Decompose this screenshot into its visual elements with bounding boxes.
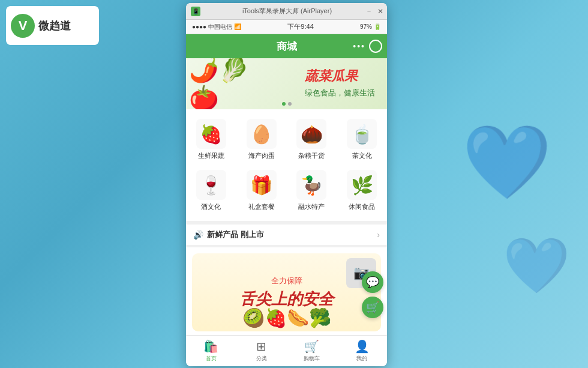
title-bar-icon: 📱 xyxy=(191,7,200,16)
category-item-wine[interactable]: 🍷 酒文化 xyxy=(186,165,236,216)
promo-inner: 全力保障 舌尖上的安全 🥝🍓🌭🥦 📷 xyxy=(192,253,381,331)
nav-category[interactable]: ⊞ 分类 xyxy=(236,336,287,366)
title-bar-title: iTools苹果录屏大师 (AirPlayer) xyxy=(204,7,370,16)
category-item-tea[interactable]: 🍵 茶文化 xyxy=(337,114,387,165)
category-item-local[interactable]: 🦆 融水特产 xyxy=(287,165,337,216)
close-button[interactable]: ✕ xyxy=(377,7,383,16)
signal-dots: ●●●● xyxy=(192,23,206,30)
category-label-seafood: 海产肉蛋 xyxy=(248,151,275,160)
category-label-local: 融水特产 xyxy=(298,202,325,211)
nav-profile[interactable]: 👤 我的 xyxy=(337,336,387,366)
logo-icon: V xyxy=(11,14,35,38)
battery-percent: 97% xyxy=(360,23,372,30)
nav-cart-label: 购物车 xyxy=(304,355,320,363)
app-header: 商城 ••• xyxy=(186,34,387,58)
new-products-title: 新鲜产品 刚上市 xyxy=(207,229,377,240)
logo: V 微趋道 xyxy=(6,6,99,45)
category-label-grain: 杂粮干货 xyxy=(298,151,325,160)
logo-text: 微趋道 xyxy=(38,19,71,33)
promo-guarantee-text: 全力保障 xyxy=(240,276,334,286)
category-item-giftbox[interactable]: 🎁 礼盒套餐 xyxy=(236,165,287,216)
home-nav-icon: 🛍️ xyxy=(203,339,218,354)
status-left: ●●●● 中国电信 📶 xyxy=(192,23,241,31)
category-icon-grain: 🌰 xyxy=(296,119,326,149)
category-icon-giftbox: 🎁 xyxy=(247,170,277,200)
category-icon-local: 🦆 xyxy=(296,170,326,200)
category-icon-snack: 🌿 xyxy=(347,170,377,200)
banner-vegetables: 🌶️🥬🍅 xyxy=(189,58,267,109)
window-controls: － ✕ xyxy=(365,3,383,19)
banner-text: 蔬菜瓜果 绿色食品，健康生活 xyxy=(305,67,375,98)
banner-dot-1[interactable] xyxy=(282,102,286,106)
phone-frame: 📱 iTools苹果录屏大师 (AirPlayer) － ✕ ●●●● 中国电信… xyxy=(186,3,387,366)
category-icon-wine: 🍷 xyxy=(196,170,226,200)
heart-decoration-1: 💙 xyxy=(462,120,552,205)
category-label-snack: 休闲食品 xyxy=(349,202,375,211)
title-bar: 📱 iTools苹果录屏大师 (AirPlayer) － ✕ xyxy=(186,3,387,20)
status-time: 下午9:44 xyxy=(241,22,360,31)
promo-slogan: 舌尖上的安全 xyxy=(240,289,334,310)
nav-cart[interactable]: 🛒 购物车 xyxy=(287,336,337,366)
category-grid: 🍓 生鲜果蔬 🥚 海产肉蛋 🌰 杂粮干货 🍵 茶文化 🍷 xyxy=(186,109,387,221)
new-products-header[interactable]: 🔊 新鲜产品 刚上市 › xyxy=(186,221,387,245)
record-dot xyxy=(373,43,379,49)
chat-float-button[interactable]: 💬 xyxy=(362,271,383,293)
section-arrow-icon: › xyxy=(377,230,380,240)
bottom-navigation: 🛍️ 首页 ⊞ 分类 🛒 购物车 👤 我的 xyxy=(186,335,387,366)
category-icon-seafood: 🥚 xyxy=(247,119,277,149)
profile-nav-icon: 👤 xyxy=(355,339,370,354)
carrier-name: 中国电信 xyxy=(208,23,232,31)
wifi-icon: 📶 xyxy=(234,23,241,30)
nav-category-label: 分类 xyxy=(256,355,267,363)
category-item-seafood[interactable]: 🥚 海产肉蛋 xyxy=(236,114,287,165)
category-label-wine: 酒文化 xyxy=(201,202,221,211)
promo-text: 全力保障 舌尖上的安全 xyxy=(240,276,334,310)
category-item-fresh[interactable]: 🍓 生鲜果蔬 xyxy=(186,114,236,165)
banner-pagination xyxy=(282,102,292,106)
hero-banner[interactable]: 🌶️🥬🍅 蔬菜瓜果 绿色食品，健康生活 xyxy=(186,58,387,109)
nav-home-label: 首页 xyxy=(206,355,217,363)
app-title: 商城 xyxy=(277,40,297,53)
floating-buttons: 💬 🛒 xyxy=(362,271,383,318)
status-bar: ●●●● 中国电信 📶 下午9:44 97% 🔋 xyxy=(186,20,387,34)
heart-decoration-2: 💙 xyxy=(503,234,570,297)
banner-main-text: 蔬菜瓜果 xyxy=(305,67,375,85)
speaker-icon: 🔊 xyxy=(193,230,203,240)
category-label-giftbox: 礼盒套餐 xyxy=(248,202,275,211)
content-inner: 🌶️🥬🍅 蔬菜瓜果 绿色食品，健康生活 🍓 生鲜果蔬 🥚 xyxy=(186,58,387,335)
promo-banner[interactable]: 全力保障 舌尖上的安全 🥝🍓🌭🥦 📷 xyxy=(186,245,387,335)
header-more-dots[interactable]: ••• xyxy=(353,41,365,51)
category-icon-fresh: 🍓 xyxy=(196,119,226,149)
category-label-fresh: 生鲜果蔬 xyxy=(198,151,224,160)
banner-sub-text: 绿色食品，健康生活 xyxy=(305,88,375,98)
battery-icon: 🔋 xyxy=(374,23,381,30)
header-actions: ••• xyxy=(353,40,382,53)
category-nav-icon: ⊞ xyxy=(256,339,266,354)
nav-profile-label: 我的 xyxy=(356,355,367,363)
nav-home[interactable]: 🛍️ 首页 xyxy=(186,336,236,366)
category-item-grain[interactable]: 🌰 杂粮干货 xyxy=(287,114,337,165)
category-icon-tea: 🍵 xyxy=(347,119,377,149)
logo-v-letter: V xyxy=(19,18,28,34)
promo-food-icons: 🥝🍓🌭🥦 xyxy=(242,307,331,328)
banner-dot-2[interactable] xyxy=(288,102,292,106)
minimize-button[interactable]: － xyxy=(365,6,373,16)
cart-float-button[interactable]: 🛒 xyxy=(362,297,383,318)
header-record-button[interactable] xyxy=(369,40,382,53)
category-label-tea: 茶文化 xyxy=(352,151,372,160)
status-right: 97% 🔋 xyxy=(360,23,381,30)
cart-nav-icon: 🛒 xyxy=(304,339,319,354)
category-item-snack[interactable]: 🌿 休闲食品 xyxy=(337,165,387,216)
app-content[interactable]: 🌶️🥬🍅 蔬菜瓜果 绿色食品，健康生活 🍓 生鲜果蔬 🥚 xyxy=(186,58,387,335)
